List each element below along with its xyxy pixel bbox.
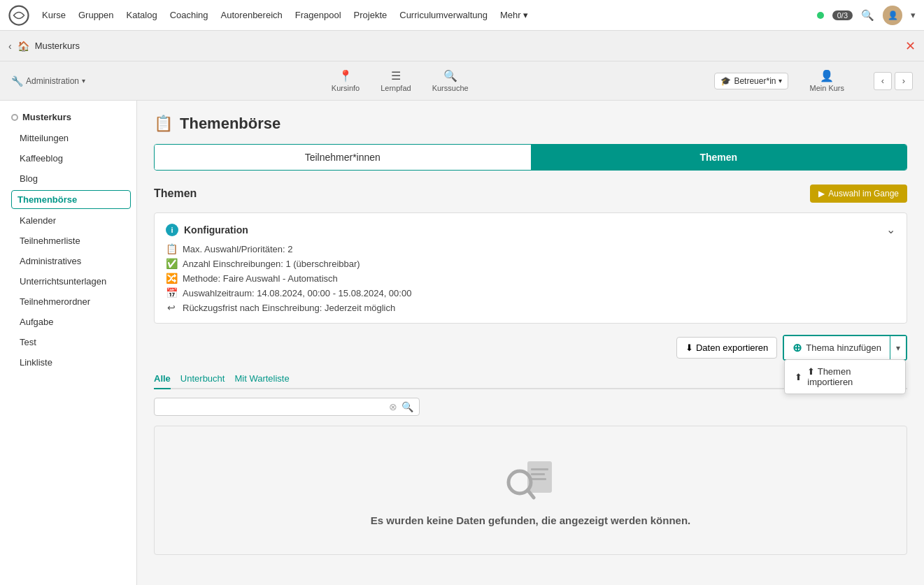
toolbar-lernpfad[interactable]: ☰ Lernpfad (381, 69, 411, 92)
svg-point-0 (10, 6, 29, 24)
auswahl-im-gange-button[interactable]: ▶ Auswahl im Gange (810, 185, 907, 203)
sidebar-dot-icon (11, 114, 18, 121)
nav-curriculumverwaltung[interactable]: Curriculumverwaltung (399, 10, 488, 20)
kursinfo-label: Kursinfo (332, 84, 360, 92)
svg-rect-2 (531, 468, 548, 470)
konfiguration-list: 📋 Max. Auswahl/Prioritäten: 2 ✅ Anzahl E… (166, 243, 895, 313)
admin-dropdown-icon: ▾ (82, 77, 85, 85)
thema-dropdown-arrow-icon: ▾ (896, 343, 900, 353)
logo-icon[interactable] (8, 5, 29, 26)
role-hat-icon: 🎓 (720, 76, 731, 86)
empty-state-text: Es wurden keine Daten gefunden, die ange… (371, 514, 691, 526)
themen-section-title: Themen (154, 187, 197, 200)
nav-coaching[interactable]: Coaching (170, 10, 208, 20)
top-nav-right: 0/3 🔍 👤 ▾ (817, 6, 916, 25)
svg-rect-4 (531, 478, 546, 480)
back-button[interactable]: ‹ (8, 41, 12, 52)
breadcrumb-course-name[interactable]: Musterkurs (35, 41, 80, 51)
search-clear-icon[interactable]: ⊗ (389, 401, 397, 412)
action-row: ⬇ Daten exportieren ⊕ Thema hinzufügen ▾… (154, 335, 907, 361)
toolbar: 🔧 Administration ▾ 📍 Kursinfo ☰ Lernpfad… (0, 62, 924, 101)
import-icon: ⬆ (795, 372, 802, 382)
lernpfad-icon: ☰ (391, 69, 401, 82)
thema-add-group: ⊕ Thema hinzufügen ▾ ⬆ ⬆ Themen importie… (783, 335, 907, 361)
filter-tab-warteliste[interactable]: Mit Warteliste (234, 369, 289, 389)
breadcrumb-bar: ‹ 🏠 Musterkurs ✕ (0, 31, 924, 62)
mein-kurs-icon: 👤 (820, 69, 834, 82)
user-avatar[interactable]: 👤 (883, 6, 902, 25)
tab-themen[interactable]: Themen (531, 145, 907, 170)
sidebar-item-teilnehmerliste[interactable]: Teilnehmerliste (0, 231, 136, 251)
konfig-icon-2: 🔀 (166, 273, 177, 284)
search-input[interactable] (160, 402, 385, 412)
prev-arrow-button[interactable]: ‹ (874, 72, 892, 90)
konfig-item-2: 🔀 Methode: Faire Auswahl - Automatisch (166, 273, 895, 284)
thema-hinzufuegen-label: Thema hinzufügen (806, 342, 881, 353)
content-area: 📋 Themenbörse Teilnehmer*innen Themen Th… (137, 101, 924, 585)
konfig-item-4: ↩ Rückzugsfrist nach Einschreibung: Jede… (166, 302, 895, 313)
sidebar-item-kaffeeblog[interactable]: Kaffeeblog (0, 148, 136, 168)
mein-kurs-label: Mein Kurs (809, 84, 844, 92)
filter-tab-alle[interactable]: Alle (154, 369, 171, 389)
tab-teilnehmer[interactable]: Teilnehmer*innen (155, 145, 531, 170)
nav-projekte[interactable]: Projekte (354, 10, 388, 20)
daten-exportieren-button[interactable]: ⬇ Daten exportieren (676, 337, 777, 359)
sidebar-item-aufgabe[interactable]: Aufgabe (0, 312, 136, 332)
sidebar-item-test[interactable]: Test (0, 332, 136, 352)
toolbar-kursinfo[interactable]: 📍 Kursinfo (332, 69, 360, 92)
toolbar-admin[interactable]: 🔧 Administration ▾ (11, 75, 85, 87)
konfiguration-header: i Konfiguration ⌄ (166, 223, 895, 236)
sidebar-item-themenboerse[interactable]: Themenbörse (11, 190, 131, 209)
sidebar-item-teilnehmerordner[interactable]: Teilnehmerordner (0, 291, 136, 312)
tab-row: Teilnehmer*innen Themen (154, 144, 907, 171)
page-title: Themenbörse (180, 115, 280, 133)
nav-fragenpool[interactable]: Fragenpool (295, 10, 341, 20)
nav-gruppen[interactable]: Gruppen (78, 10, 114, 20)
plus-icon: ⊕ (792, 341, 802, 354)
themen-header: Themen ▶ Auswahl im Gange (154, 185, 907, 203)
counter-badge: 0/3 (832, 10, 853, 20)
nav-autorenbereich[interactable]: Autorenbereich (221, 10, 283, 20)
search-row: ⊗ 🔍 (154, 398, 420, 416)
wrench-icon: 🔧 (11, 75, 23, 87)
auswahl-btn-label: Auswahl im Gange (828, 189, 899, 198)
filter-tab-unterbucht[interactable]: Unterbucht (180, 369, 225, 389)
nav-kurse[interactable]: Kurse (42, 10, 66, 20)
role-dropdown[interactable]: 🎓 Betreuer*in ▾ (714, 73, 788, 89)
avatar-dropdown-icon[interactable]: ▾ (911, 10, 916, 20)
status-dot-icon (817, 12, 824, 19)
konfiguration-title: i Konfiguration (166, 224, 248, 236)
konfig-item-3: 📅 Auswahlzeitraum: 14.08.2024, 00:00 - 1… (166, 287, 895, 298)
sidebar-course-title: Musterkurs (0, 106, 136, 128)
svg-rect-3 (531, 473, 545, 475)
thema-dropdown-toggle[interactable]: ▾ (890, 336, 906, 359)
home-icon: 🏠 (17, 41, 29, 52)
search-go-icon[interactable]: 🔍 (401, 401, 413, 412)
mehr-arrow-icon: ▾ (523, 10, 528, 20)
global-search-icon[interactable]: 🔍 (861, 9, 874, 22)
kurssuche-icon: 🔍 (443, 69, 457, 82)
sidebar-item-blog[interactable]: Blog (0, 168, 136, 189)
next-arrow-button[interactable]: › (895, 72, 913, 90)
nav-arrows: ‹ › (874, 72, 913, 90)
role-dropdown-arrow-icon: ▾ (779, 77, 782, 85)
toolbar-mein-kurs[interactable]: 👤 Mein Kurs (809, 69, 844, 92)
nav-katalog[interactable]: Katalog (127, 10, 157, 20)
close-button[interactable]: ✕ (905, 38, 916, 54)
sidebar-item-mitteilungen[interactable]: Mitteilungen (0, 128, 136, 148)
sidebar-item-kalender[interactable]: Kalender (0, 210, 136, 231)
konfig-item-1: ✅ Anzahl Einschreibungen: 1 (überschreib… (166, 258, 895, 269)
konfig-item-0: 📋 Max. Auswahl/Prioritäten: 2 (166, 243, 895, 254)
toolbar-kurssuche[interactable]: 🔍 Kurssuche (432, 69, 469, 92)
sidebar-item-administratives[interactable]: Administratives (0, 251, 136, 271)
themen-importieren-item[interactable]: ⬆ ⬆ Themen importieren (785, 360, 905, 393)
thema-hinzufuegen-button[interactable]: ⊕ Thema hinzufügen (784, 336, 890, 359)
admin-label: Administration (26, 76, 79, 86)
konfiguration-collapse-icon[interactable]: ⌄ (886, 223, 895, 236)
sidebar-item-unterrichtsunterlagen[interactable]: Unterrichtsunterlagen (0, 271, 136, 291)
konfig-icon-1: ✅ (166, 258, 177, 269)
nav-mehr[interactable]: Mehr ▾ (500, 10, 528, 20)
thema-dropdown-popup: ⬆ ⬆ Themen importieren (784, 359, 906, 394)
sidebar-item-linkliste[interactable]: Linkliste (0, 352, 136, 373)
main-layout: Musterkurs Mitteilungen Kaffeeblog Blog … (0, 101, 924, 585)
